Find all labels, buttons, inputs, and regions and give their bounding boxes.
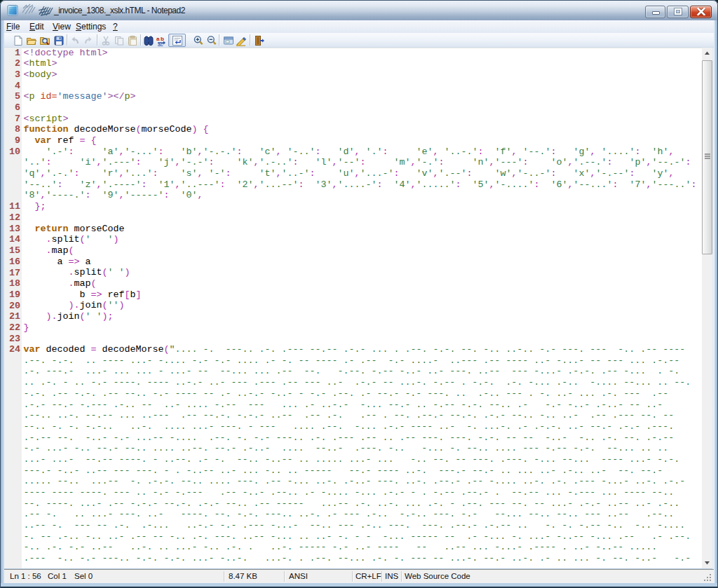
svg-text:a: a: [156, 36, 160, 42]
svg-text:ac: ac: [158, 42, 163, 46]
svg-text:b: b: [161, 36, 164, 42]
